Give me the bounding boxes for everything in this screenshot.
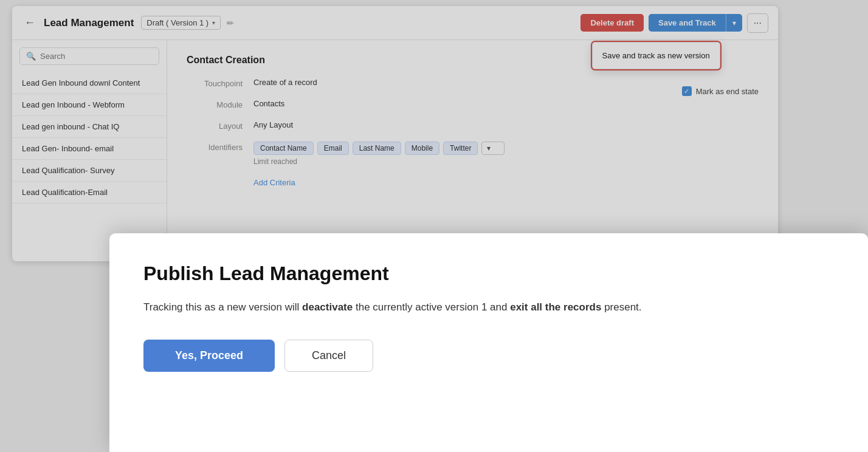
modal-body-middle: the currently active version 1 and [353, 301, 510, 313]
modal-overlay: Publish Lead Management Tracking this as… [0, 0, 868, 452]
modal-title: Publish Lead Management [143, 262, 834, 285]
modal-actions: Yes, Proceed Cancel [143, 340, 834, 372]
modal-body-suffix: present. [601, 301, 641, 313]
modal-body-prefix: Tracking this as a new version will [143, 301, 302, 313]
modal-body-bold1: deactivate [302, 301, 353, 313]
modal-dialog: Publish Lead Management Tracking this as… [109, 233, 868, 452]
modal-body-bold2: exit all the records [510, 301, 601, 313]
proceed-button[interactable]: Yes, Proceed [143, 340, 275, 372]
cancel-button[interactable]: Cancel [284, 340, 373, 372]
modal-body: Tracking this as a new version will deac… [143, 300, 642, 315]
